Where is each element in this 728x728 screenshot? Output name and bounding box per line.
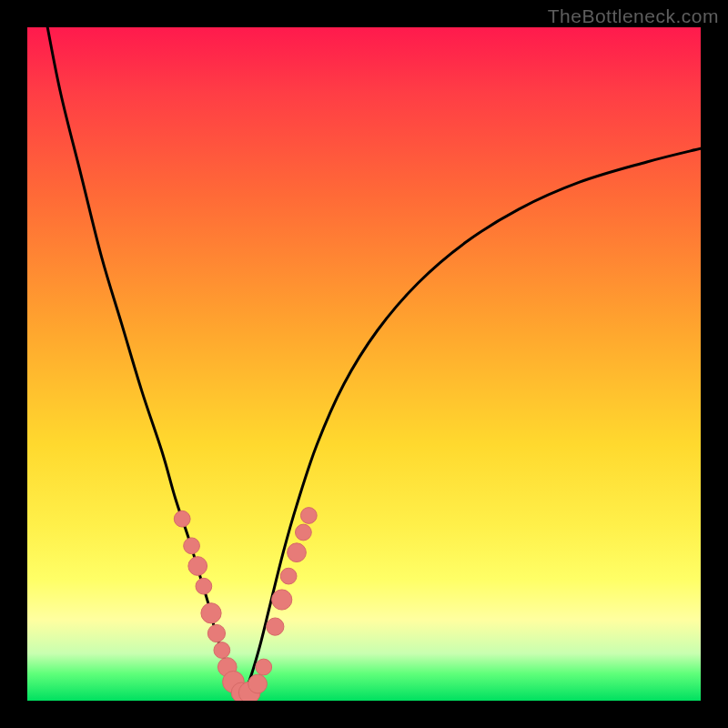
marker-3 <box>196 578 212 594</box>
marker-6 <box>214 642 230 659</box>
marker-14 <box>272 590 292 610</box>
curve-left-branch <box>47 27 243 697</box>
marker-17 <box>296 524 312 541</box>
curve-lines <box>47 27 701 697</box>
marker-11 <box>248 674 268 693</box>
data-markers <box>174 508 317 701</box>
curve-right-branch <box>243 148 701 697</box>
marker-15 <box>280 568 297 584</box>
chart-frame: TheBottleneck.com <box>0 0 728 728</box>
marker-5 <box>207 624 225 642</box>
marker-13 <box>267 618 284 635</box>
marker-0 <box>174 511 190 527</box>
marker-18 <box>300 508 317 524</box>
watermark-label: TheBottleneck.com <box>548 5 719 27</box>
marker-12 <box>256 659 272 675</box>
plot-area <box>27 27 701 701</box>
marker-4 <box>201 603 221 623</box>
marker-16 <box>288 543 307 562</box>
marker-1 <box>184 538 200 554</box>
marker-2 <box>188 557 207 576</box>
chart-svg <box>27 27 701 701</box>
